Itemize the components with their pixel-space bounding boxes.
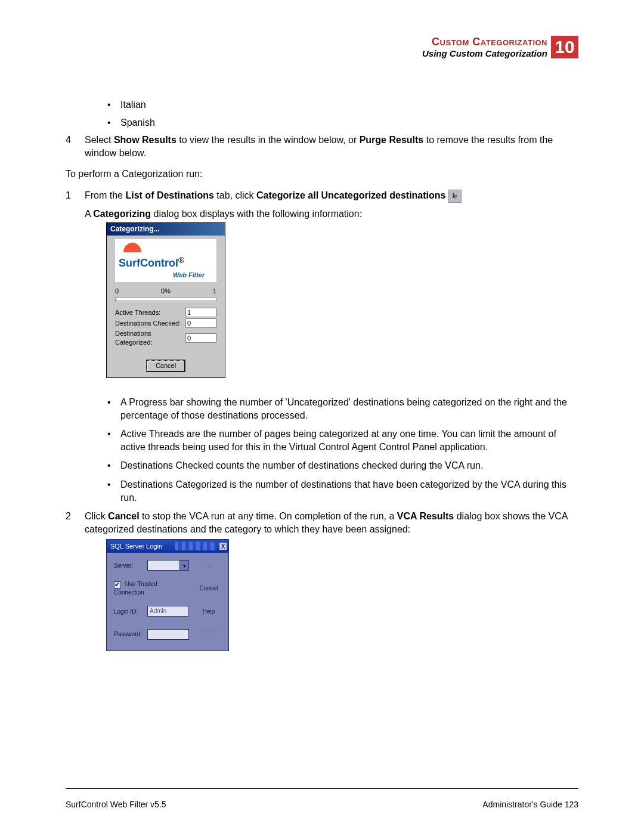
list-item: Spanish	[107, 116, 578, 129]
step-number: 4	[66, 134, 85, 159]
bold-text: Cancel	[108, 511, 139, 521]
step-1: 1 From the List of Destinations tab, cli…	[66, 189, 578, 386]
chevron-down-icon[interactable]: ▾	[180, 560, 189, 571]
ok-button[interactable]: OK	[195, 562, 222, 570]
chapter-number-badge: 10	[551, 36, 578, 58]
trademark: ®	[178, 256, 184, 265]
options-button[interactable]: Options >>	[195, 626, 222, 642]
progress-labels: 0 0% 1	[107, 286, 225, 298]
categorize-run-icon	[448, 190, 462, 203]
bold-text: VCA Results	[397, 511, 454, 521]
password-label: Password:	[114, 630, 147, 639]
header-title: Custom Categorization	[422, 36, 547, 48]
step-number: 1	[66, 189, 85, 386]
bold-text: Show Results	[114, 135, 177, 145]
cancel-button[interactable]: Cancel	[147, 360, 185, 371]
text: tab, click	[214, 190, 256, 200]
password-field[interactable]	[147, 629, 189, 640]
login-id-label: Login ID:	[114, 608, 147, 616]
progress-min: 0	[115, 287, 122, 296]
row-label: Destinations Checked:	[115, 319, 185, 328]
server-dropdown[interactable]	[147, 560, 180, 571]
progress-max: 1	[209, 287, 216, 296]
list-item: Destinations Checked counts the number o…	[107, 459, 578, 472]
server-label: Server:	[114, 562, 147, 570]
page-header: Custom Categorization Using Custom Categ…	[422, 36, 578, 58]
page-content: Italian Spanish 4 Select Show Results to…	[66, 36, 578, 651]
cancel-button[interactable]: Cancel	[195, 584, 222, 593]
progress-bar	[115, 298, 216, 301]
active-threads-row: Active Threads: 1	[107, 307, 225, 318]
text: Click	[85, 511, 108, 521]
close-icon[interactable]: X	[219, 542, 227, 550]
surfcontrol-logo: SurfControl® Web Filter	[115, 239, 216, 282]
header-subtitle: Using Custom Categorization	[422, 48, 547, 58]
progress-percent: 0%	[122, 287, 209, 296]
list-item: Destinations Categorized is the number o…	[107, 478, 578, 504]
text: to view the results in the window below,…	[177, 135, 360, 145]
destinations-categorized-row: Destinations Categorized: 0	[107, 329, 225, 348]
text: to stop the VCA run at any time. On comp…	[140, 511, 397, 521]
text: From the	[85, 190, 125, 200]
bold-text: List of Destinations	[125, 190, 213, 200]
sql-server-login-dialog: SQL Server Login X Server: ▾ OK	[106, 539, 229, 651]
perform-intro: To perform a Categorization run:	[66, 168, 578, 181]
row-value: 0	[185, 333, 216, 343]
list-item: A Progress bar showing the number of 'Un…	[107, 396, 578, 422]
list-item: Italian	[107, 98, 578, 112]
step-4: 4 Select Show Results to view the result…	[66, 134, 578, 159]
help-button[interactable]: Help	[195, 608, 222, 616]
login-id-field[interactable]: Admin	[147, 606, 189, 617]
bold-text: Categorizing	[93, 209, 151, 219]
logo-text: SurfControl	[119, 257, 178, 269]
language-bullet-list: Italian Spanish	[66, 98, 578, 129]
row-label: Active Threads:	[115, 308, 185, 317]
row-value: 1	[185, 308, 216, 317]
dialog-title: SQL Server Login	[110, 542, 175, 551]
bold-text: Categorize all Uncategorized destination…	[256, 190, 445, 200]
destinations-checked-row: Destinations Checked: 0	[107, 318, 225, 329]
dialog-titlebar[interactable]: SQL Server Login X	[107, 540, 228, 553]
page-footer: SurfControl Web Filter v5.5 Administrato…	[66, 788, 578, 809]
categorizing-dialog: Categorizing... SurfControl® Web Filter …	[106, 222, 225, 378]
dialog-description-list: A Progress bar showing the number of 'Un…	[66, 396, 578, 504]
footer-product: SurfControl Web Filter v5.5	[66, 800, 166, 809]
row-value: 0	[185, 318, 216, 328]
step-number: 2	[66, 510, 85, 651]
logo-subtitle: Web Filter	[119, 271, 213, 280]
text: Select	[85, 135, 114, 145]
step-2: 2 Click Cancel to stop the VCA run at an…	[66, 510, 578, 651]
text: A	[85, 209, 93, 219]
surfcontrol-swoosh-icon	[123, 243, 141, 252]
dialog-titlebar: Categorizing...	[107, 223, 225, 235]
use-trusted-checkbox[interactable]	[114, 581, 121, 589]
list-item: Active Threads are the number of pages b…	[107, 428, 578, 453]
text: dialog box displays with the following i…	[151, 209, 362, 219]
titlebar-stripes-icon	[175, 542, 216, 550]
footer-page-info: Administrator's Guide 123	[482, 800, 578, 809]
bold-text: Purge Results	[360, 135, 424, 145]
row-label: Destinations Categorized:	[115, 329, 185, 347]
